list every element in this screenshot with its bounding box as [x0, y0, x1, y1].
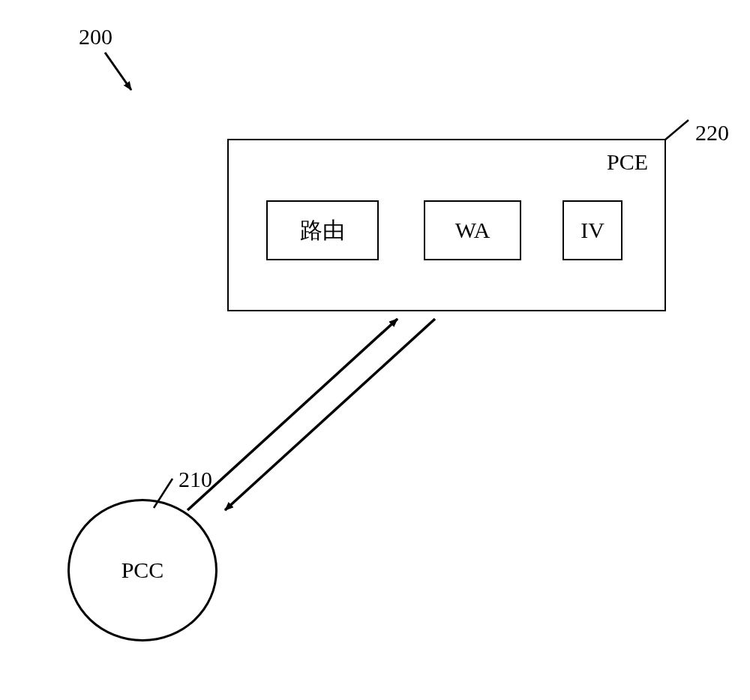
leader-220 — [664, 120, 688, 140]
arrow-pcc-to-pce — [188, 319, 398, 510]
pcc-node: PCC — [68, 499, 218, 641]
pcc-label: PCC — [122, 557, 164, 583]
figure-ref-210: 210 — [178, 467, 212, 492]
figure-ref-220: 220 — [695, 120, 729, 146]
pce-iv-box: IV — [562, 200, 622, 260]
pce-wa-label: WA — [455, 218, 490, 243]
pce-iv-label: IV — [580, 218, 604, 243]
pce-routing-box: 路由 — [266, 200, 379, 260]
pce-container: PCE 路由 WA IV — [227, 139, 666, 311]
diagram-canvas: 200 220 210 PCE 路由 WA IV PCC — [0, 0, 750, 700]
pce-title: PCE — [607, 149, 648, 175]
pce-wa-box: WA — [424, 200, 521, 260]
pce-routing-label: 路由 — [300, 215, 345, 246]
figure-ref-200: 200 — [79, 24, 112, 50]
arrow-pce-to-pcc — [225, 319, 435, 510]
arrow-200 — [105, 53, 131, 90]
